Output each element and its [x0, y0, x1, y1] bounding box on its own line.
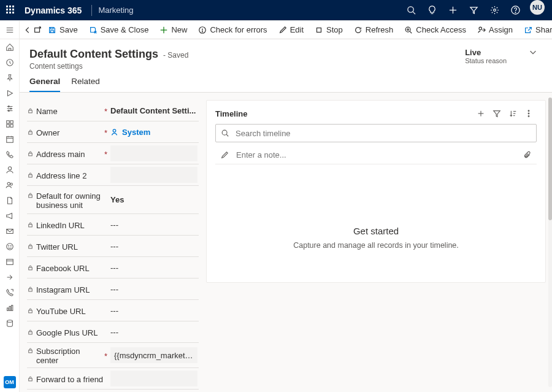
field-label: Instagram URL	[36, 285, 90, 294]
back-button[interactable]	[23, 21, 32, 39]
phone-icon[interactable]	[0, 147, 20, 162]
svg-rect-48	[317, 28, 321, 32]
field-input[interactable]	[110, 371, 197, 386]
lock-icon	[27, 191, 34, 201]
user-avatar[interactable]: NU	[530, 0, 545, 15]
sitemap-collapse-icon[interactable]	[0, 22, 19, 37]
field-row: Default for owning business unitYes	[27, 186, 199, 214]
pinned-icon[interactable]	[0, 70, 20, 85]
contacts-icon[interactable]	[0, 177, 20, 193]
page-icon[interactable]	[0, 193, 20, 208]
required-indicator	[104, 245, 110, 247]
svg-rect-62	[29, 194, 33, 197]
megaphone-icon[interactable]	[0, 208, 20, 223]
timeline-filter-icon[interactable]	[489, 106, 505, 121]
share-button[interactable]: Share	[519, 21, 552, 39]
save-button[interactable]: Save	[43, 21, 83, 39]
contact-icon[interactable]	[0, 162, 20, 177]
lock-icon	[27, 347, 34, 356]
svg-point-27	[8, 166, 11, 169]
field-value[interactable]	[110, 145, 199, 161]
calendar-icon[interactable]	[0, 131, 20, 147]
filter-icon[interactable]	[464, 0, 483, 20]
field-value: ---	[110, 325, 199, 339]
new-button[interactable]: New	[155, 21, 192, 39]
required-indicator: *	[104, 350, 110, 361]
required-indicator	[104, 331, 110, 332]
mail-icon[interactable]	[0, 223, 20, 239]
brand-title[interactable]: Dynamics 365	[21, 6, 85, 15]
field-input[interactable]	[110, 167, 197, 183]
attachment-icon[interactable]	[523, 151, 532, 159]
svg-line-1	[413, 12, 415, 14]
svg-rect-68	[29, 331, 33, 334]
assign-label: Assign	[489, 25, 513, 34]
field-value: Default Content Setti...	[110, 103, 199, 118]
field-value[interactable]	[110, 347, 199, 363]
tab-related[interactable]: Related	[71, 77, 100, 92]
templates-icon[interactable]	[0, 116, 20, 131]
svg-line-53	[528, 27, 531, 30]
edit-button[interactable]: Edit	[274, 21, 309, 39]
chart-icon[interactable]	[0, 300, 20, 315]
timeline-note-input[interactable]	[235, 150, 517, 160]
save-close-button[interactable]: Save & Close	[84, 21, 154, 39]
timeline-search-input[interactable]	[234, 128, 531, 139]
emoji-icon[interactable]	[0, 239, 20, 254]
svg-point-77	[528, 113, 529, 114]
expand-header-button[interactable]	[524, 48, 542, 56]
field-row: Twitter URL---	[27, 236, 199, 257]
field-value[interactable]: System	[110, 125, 199, 139]
app-area[interactable]: Marketing	[98, 6, 133, 15]
check-access-button[interactable]: Check Access	[399, 21, 471, 39]
field-value[interactable]	[110, 371, 199, 386]
required-indicator: *	[104, 127, 110, 137]
settings-rail-icon[interactable]	[0, 101, 20, 116]
svg-rect-64	[29, 245, 33, 248]
settings-icon[interactable]	[485, 0, 504, 20]
window-icon[interactable]	[0, 254, 20, 269]
area-switcher-badge[interactable]: OM	[4, 376, 16, 388]
field-input[interactable]	[110, 347, 197, 363]
stop-button[interactable]: Stop	[310, 21, 348, 39]
timeline-more-icon[interactable]	[521, 106, 537, 121]
phone-forward-icon[interactable]	[0, 285, 20, 300]
lookup-link[interactable]: System	[110, 128, 150, 137]
add-icon[interactable]	[443, 0, 462, 20]
field-row: Address line 2	[27, 164, 199, 186]
timeline-add-icon[interactable]	[473, 106, 489, 121]
timeline-search[interactable]	[215, 124, 537, 142]
stop-label: Stop	[326, 25, 343, 34]
play-icon[interactable]	[0, 85, 20, 101]
field-label: YouTube URL	[36, 307, 86, 316]
tab-general[interactable]: General	[29, 77, 60, 92]
svg-point-49	[406, 27, 411, 32]
field-label: Facebook URL	[36, 264, 90, 273]
forward-icon[interactable]	[0, 269, 20, 285]
refresh-button[interactable]: Refresh	[349, 21, 399, 39]
open-new-window-button[interactable]	[33, 21, 42, 39]
search-icon[interactable]	[401, 0, 421, 20]
required-indicator	[104, 267, 110, 268]
required-indicator	[104, 378, 110, 379]
field-row: Subscription center*	[27, 343, 199, 368]
record-save-state: - Saved	[163, 51, 188, 60]
svg-point-29	[10, 183, 12, 185]
lock-icon	[27, 242, 34, 252]
timeline-note-entry[interactable]	[215, 146, 537, 164]
field-value: ---	[110, 282, 199, 296]
svg-rect-69	[29, 350, 33, 353]
scrollbar-thumb[interactable]	[548, 98, 552, 220]
lightbulb-icon[interactable]	[422, 0, 442, 20]
help-icon[interactable]	[505, 0, 525, 20]
recent-icon[interactable]	[0, 55, 20, 70]
database-icon[interactable]	[0, 315, 20, 331]
field-value[interactable]	[110, 167, 199, 183]
home-icon[interactable]	[0, 39, 20, 55]
timeline-sort-icon[interactable]	[505, 106, 521, 121]
check-errors-button[interactable]: Check for errors	[193, 21, 272, 39]
app-launcher-icon[interactable]	[6, 6, 16, 15]
assign-button[interactable]: Assign	[472, 21, 518, 39]
field-input[interactable]	[110, 145, 197, 161]
lock-icon	[27, 128, 34, 137]
